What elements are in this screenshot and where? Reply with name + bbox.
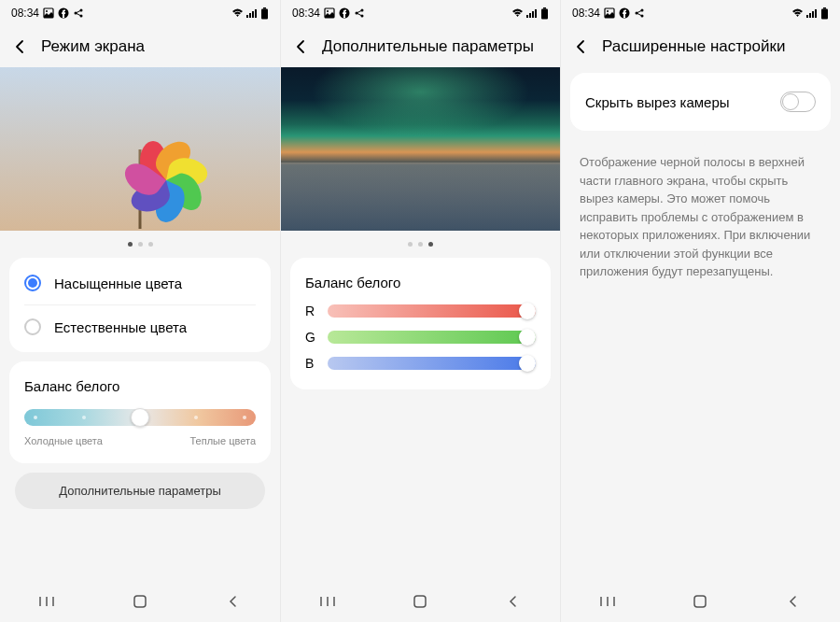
signal-icon [246, 8, 258, 18]
section-title: Баланс белого [9, 365, 271, 402]
back-button[interactable] [11, 37, 30, 56]
toggle-label: Скрыть вырез камеры [585, 94, 730, 110]
header: Режим экрана [0, 26, 280, 67]
page-title: Дополнительные параметры [322, 37, 534, 56]
svg-rect-29 [535, 9, 537, 18]
blue-slider[interactable] [328, 357, 536, 370]
svg-rect-45 [809, 13, 811, 18]
share-icon [354, 7, 365, 19]
radio-vivid[interactable]: Насыщенные цвета [9, 262, 271, 304]
hide-cutout-card: Скрыть вырез камеры [570, 73, 831, 131]
svg-rect-9 [249, 13, 251, 18]
wb-cold-label: Холодные цвета [24, 435, 103, 446]
gallery-icon [43, 7, 54, 19]
radio-natural[interactable]: Естественные цвета [24, 304, 256, 348]
svg-line-24 [357, 11, 361, 13]
toggle-switch[interactable] [780, 92, 816, 112]
preview-image[interactable] [281, 67, 560, 231]
screen-additional-params: 08:34 Дополнительные параметры Баланс бе… [280, 0, 560, 622]
svg-rect-10 [252, 11, 254, 18]
gallery-icon [604, 7, 615, 19]
svg-rect-48 [823, 7, 826, 9]
svg-rect-46 [812, 11, 814, 18]
facebook-icon [619, 7, 630, 19]
svg-rect-28 [532, 11, 534, 18]
svg-rect-31 [541, 8, 548, 19]
rgb-row-blue: B [290, 350, 551, 376]
chevron-left-icon [573, 38, 590, 55]
rgb-label: B [305, 356, 318, 371]
nav-recents[interactable] [580, 587, 636, 615]
nav-bar [561, 581, 840, 622]
facebook-icon [58, 7, 69, 19]
svg-point-19 [327, 10, 329, 12]
radio-icon [24, 318, 41, 335]
additional-params-button[interactable]: Дополнительные параметры [15, 473, 265, 509]
share-icon [634, 7, 645, 19]
svg-rect-47 [815, 9, 817, 18]
slider-thumb[interactable] [519, 355, 536, 372]
svg-line-25 [357, 14, 361, 16]
toggle-row[interactable]: Скрыть вырез камеры [570, 77, 831, 127]
svg-line-7 [77, 14, 80, 16]
description-text: Отображение черной полосы в верхней част… [561, 140, 840, 294]
wifi-icon [511, 8, 524, 18]
rgb-label: R [305, 304, 318, 318]
slider-thumb[interactable] [519, 329, 536, 346]
section-title: Баланс белого [290, 262, 551, 298]
chevron-left-icon [293, 38, 310, 55]
color-mode-card: Насыщенные цвета Естественные цвета [9, 258, 271, 352]
svg-rect-35 [414, 596, 426, 607]
svg-rect-8 [246, 15, 248, 18]
red-slider[interactable] [328, 304, 536, 318]
status-bar: 08:34 [561, 0, 840, 26]
wifi-icon [791, 8, 804, 18]
rgb-label: G [305, 330, 318, 345]
rgb-balance-card: Баланс белого R G B [290, 258, 551, 389]
svg-line-42 [637, 11, 641, 13]
page-indicator [281, 231, 560, 258]
slider-thumb[interactable] [519, 303, 536, 319]
back-button[interactable] [292, 37, 311, 56]
svg-point-37 [607, 10, 609, 12]
status-time: 08:34 [572, 7, 600, 20]
nav-back[interactable] [765, 587, 821, 615]
wifi-icon [231, 8, 244, 18]
battery-icon [540, 7, 549, 20]
white-balance-slider[interactable] [24, 409, 256, 426]
chevron-left-icon [12, 38, 29, 55]
nav-home[interactable] [672, 587, 728, 615]
nav-recents[interactable] [19, 587, 75, 615]
signal-icon [806, 8, 818, 18]
nav-back[interactable] [205, 587, 261, 615]
svg-rect-13 [261, 8, 268, 19]
nav-home[interactable] [112, 587, 168, 615]
nav-recents[interactable] [300, 587, 356, 615]
slider-thumb[interactable] [131, 408, 149, 427]
page-title: Расширенные настройки [602, 37, 785, 56]
svg-line-6 [77, 11, 80, 13]
radio-label: Естественные цвета [54, 319, 187, 335]
signal-icon [526, 8, 538, 18]
svg-rect-53 [694, 596, 706, 607]
nav-home[interactable] [392, 587, 448, 615]
status-time: 08:34 [292, 7, 320, 20]
share-icon [73, 7, 84, 19]
nav-bar [0, 581, 280, 622]
page-indicator [0, 231, 280, 258]
back-button[interactable] [572, 37, 591, 56]
green-slider[interactable] [328, 331, 536, 344]
header: Дополнительные параметры [281, 26, 560, 67]
battery-icon [820, 7, 829, 20]
svg-rect-30 [543, 7, 546, 9]
radio-icon [24, 275, 41, 291]
svg-rect-27 [529, 13, 531, 18]
svg-line-43 [637, 14, 641, 16]
svg-point-1 [46, 10, 48, 12]
status-bar: 08:34 [0, 0, 280, 26]
preview-image[interactable] [0, 67, 280, 231]
nav-back[interactable] [485, 587, 541, 615]
wb-warm-label: Теплые цвета [190, 435, 256, 446]
nav-bar [281, 581, 560, 622]
rgb-row-green: G [290, 324, 551, 350]
